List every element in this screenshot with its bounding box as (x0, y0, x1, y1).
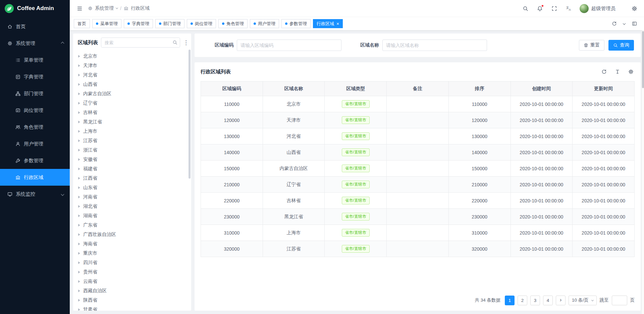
tree-item[interactable]: 浙江省 (73, 145, 191, 155)
reset-button[interactable]: 重置 (579, 40, 604, 51)
cell: 140000 (448, 144, 511, 161)
table-row[interactable]: 210000辽宁省省市/直辖市2100002020-10-01 00:00:00… (201, 177, 635, 193)
chevron-right-icon (78, 243, 80, 245)
tree-item[interactable]: 山西省 (73, 80, 191, 89)
sidebar-item-post[interactable]: 岗位管理 (0, 102, 70, 119)
tree-item[interactable]: 吉林省 (73, 108, 191, 117)
tree-item[interactable]: 内蒙古自治区 (73, 89, 191, 99)
tree-menu-button[interactable]: ⋮ (183, 40, 188, 46)
region-code-input[interactable] (237, 40, 341, 51)
tree-item[interactable]: 贵州省 (73, 267, 191, 277)
tree-item[interactable]: 湖南省 (73, 211, 191, 221)
tab-dictionary[interactable]: 字典管理 (124, 19, 153, 28)
jump-page-input[interactable] (612, 296, 627, 305)
tree-item[interactable]: 湖北省 (73, 202, 191, 211)
table-row[interactable]: 310000上海市省市/直辖市3100002020-10-01 00:00:00… (201, 225, 635, 241)
sidebar-item-system[interactable]: 系统管理 (0, 35, 70, 52)
sidebar-item-user[interactable]: 用户管理 (0, 135, 70, 152)
tree-item[interactable]: 西藏自治区 (73, 286, 191, 296)
username[interactable]: 超级管理员 (591, 5, 616, 12)
page-button-4[interactable]: 4 (543, 296, 553, 305)
tab-user[interactable]: 用户管理 (250, 19, 279, 28)
topbar-actions: 文A 超级管理员 (522, 4, 638, 13)
tree-item[interactable]: 甘肃省 (73, 305, 191, 311)
cell-region-type: 省市/直辖市 (325, 161, 387, 177)
next-page-button[interactable]: › (556, 296, 566, 305)
tab-label: 部门管理 (163, 21, 181, 27)
tab-home[interactable]: 首页 (74, 19, 90, 28)
region-name-input[interactable] (382, 40, 487, 51)
tree-item[interactable]: 陕西省 (73, 296, 191, 305)
tab-menu[interactable]: 菜单管理 (92, 19, 121, 28)
query-button[interactable]: 查询 (608, 40, 634, 51)
window-scrollbar-thumb[interactable] (642, 31, 644, 88)
tree-item[interactable]: 四川省 (73, 258, 191, 267)
sidebar-item-param[interactable]: 参数管理 (0, 152, 70, 169)
tree-search-input[interactable] (101, 38, 180, 48)
sidebar-item-dictionary[interactable]: 字典管理 (0, 68, 70, 85)
tree-item[interactable]: 河南省 (73, 192, 191, 202)
sidebar-collapse-button[interactable] (76, 5, 83, 12)
tree-item[interactable]: 海南省 (73, 239, 191, 249)
tree-item[interactable]: 上海市 (73, 127, 191, 136)
tree-item[interactable]: 河北省 (73, 70, 191, 80)
cell: 110000 (201, 96, 263, 112)
tree-item[interactable]: 广东省 (73, 221, 191, 230)
fullscreen-button[interactable] (551, 5, 558, 12)
table-row[interactable]: 320000江苏省省市/直辖市3200002020-10-01 00:00:00… (201, 241, 635, 257)
tree-item[interactable]: 福建省 (73, 164, 191, 174)
page-size-select[interactable]: 10 条/页 (569, 296, 597, 305)
tab-role[interactable]: 角色管理 (218, 19, 248, 28)
tree-item[interactable]: 云南省 (73, 277, 191, 286)
page-button-2[interactable]: 2 (518, 296, 527, 305)
table-row[interactable]: 120000天津市省市/直辖市1200002020-10-01 00:00:00… (201, 112, 635, 128)
column-settings-button[interactable] (627, 68, 635, 75)
settings-button[interactable] (631, 5, 638, 12)
refresh-tabs-button[interactable] (610, 20, 618, 27)
tab-region[interactable]: 行政区域× (313, 19, 343, 28)
translate-button[interactable]: 文A (565, 5, 573, 12)
table-row[interactable]: 110000北京市省市/直辖市1100002020-10-01 00:00:00… (201, 96, 635, 112)
sidebar-item-home[interactable]: 首页 (0, 18, 70, 35)
sidebar-item-menu[interactable]: 菜单管理 (0, 52, 70, 68)
tree-item[interactable]: 江西省 (73, 174, 191, 183)
sidebar-item-region[interactable]: 行政区域 (0, 169, 70, 186)
cell: 2020-10-01 00:00:00 (511, 177, 573, 193)
tree-item[interactable]: 安徽省 (73, 155, 191, 164)
search-button[interactable] (522, 5, 529, 12)
filter-bar: 区域编码 区域名称 重置 查询 (195, 34, 641, 57)
tree-item[interactable]: 重庆市 (73, 249, 191, 258)
cell: 吉林省 (263, 193, 325, 209)
tree-item[interactable]: 江苏省 (73, 136, 191, 145)
tree-item[interactable]: 辽宁省 (73, 99, 191, 108)
tab-department[interactable]: 部门管理 (155, 19, 184, 28)
layout-toggle-button[interactable] (631, 20, 638, 27)
page-button-1[interactable]: 1 (505, 296, 515, 305)
sidebar-item-monitor[interactable]: 系统监控 (0, 186, 70, 202)
avatar[interactable] (580, 4, 589, 13)
table-row[interactable]: 230000黑龙江省省市/直辖市2300002020-10-01 00:00:0… (201, 209, 635, 225)
breadcrumb-parent[interactable]: 系统管理 (95, 5, 114, 11)
app-logo[interactable]: Coffee Admin (0, 0, 70, 17)
tree-item[interactable]: 天津市 (73, 61, 191, 70)
tree-item[interactable]: 北京市 (73, 52, 191, 61)
table-row[interactable]: 220000吉林省省市/直辖市2200002020-10-01 00:00:00… (201, 193, 635, 209)
notification-button[interactable] (536, 5, 544, 12)
sidebar-item-department[interactable]: 部门管理 (0, 85, 70, 102)
tab-post[interactable]: 岗位管理 (187, 19, 216, 28)
tree-item[interactable]: 广西壮族自治区 (73, 230, 191, 239)
tree-item[interactable]: 黑龙江省 (73, 117, 191, 127)
table-row[interactable]: 150000内蒙古自治区省市/直辖市1500002020-10-01 00:00… (201, 161, 635, 177)
text-size-button[interactable] (614, 68, 621, 75)
sidebar-item-role[interactable]: 角色管理 (0, 119, 70, 135)
close-icon[interactable]: × (336, 21, 339, 26)
tab-options-chevron-icon[interactable] (623, 22, 626, 24)
tree-item[interactable]: 山东省 (73, 183, 191, 192)
table-row[interactable]: 130000河北省省市/直辖市1300002020-10-01 00:00:00… (201, 128, 635, 144)
search-icon[interactable] (172, 40, 177, 45)
refresh-table-button[interactable] (600, 68, 608, 75)
tree-scrollbar-thumb[interactable] (189, 50, 191, 179)
table-row[interactable]: 140000山西省省市/直辖市1400002020-10-01 00:00:00… (201, 144, 635, 161)
page-button-3[interactable]: 3 (530, 296, 540, 305)
tab-param[interactable]: 参数管理 (281, 19, 311, 28)
